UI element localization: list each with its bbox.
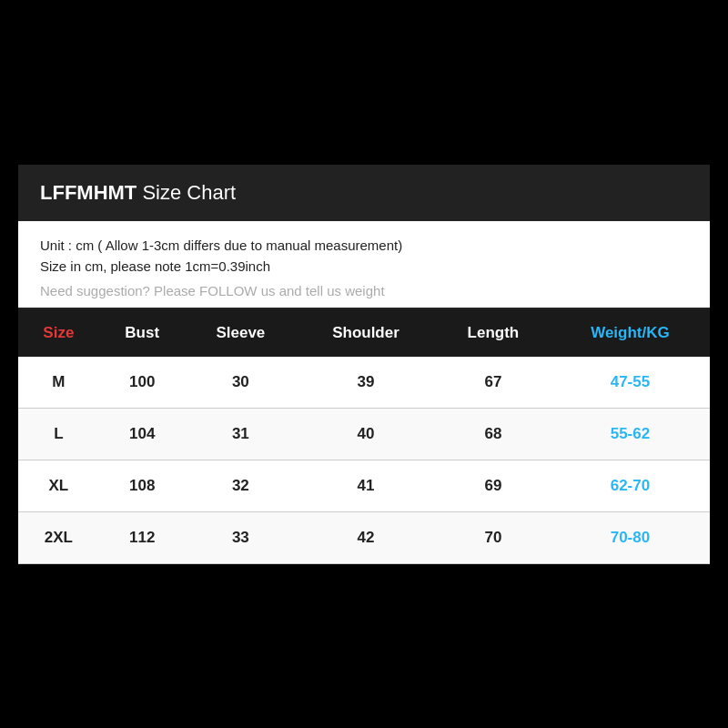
cell-weight: 47-55 xyxy=(551,357,710,409)
chart-title: LFFMHMT Size Chart xyxy=(40,181,236,204)
cell-sleeve: 32 xyxy=(186,460,296,511)
brand-name: LFFMHMT xyxy=(40,181,136,204)
cell-weight: 55-62 xyxy=(551,408,710,460)
table-header-row: Size Bust Sleeve Shoulder Length Weight/… xyxy=(18,309,710,357)
cell-shoulder: 39 xyxy=(296,357,436,409)
cell-size: M xyxy=(18,357,99,409)
size-table: Size Bust Sleeve Shoulder Length Weight/… xyxy=(18,309,710,564)
suggestion-line: Need suggestion? Please FOLLOW us and te… xyxy=(40,283,688,298)
col-sleeve: Sleeve xyxy=(186,309,296,357)
table-row: 2XL 112 33 42 70 70-80 xyxy=(18,511,710,563)
cell-length: 68 xyxy=(436,408,551,460)
info-line-1: Unit : cm ( Allow 1-3cm differs due to m… xyxy=(40,238,688,253)
col-size: Size xyxy=(18,309,99,357)
cell-weight: 70-80 xyxy=(551,511,710,563)
cell-bust: 112 xyxy=(99,511,186,563)
col-length: Length xyxy=(436,309,551,357)
cell-bust: 108 xyxy=(99,460,186,511)
cell-shoulder: 42 xyxy=(296,511,436,563)
table-row: XL 108 32 41 69 62-70 xyxy=(18,460,710,511)
table-row: L 104 31 40 68 55-62 xyxy=(18,408,710,460)
chart-header: LFFMHMT Size Chart xyxy=(18,165,710,221)
col-shoulder: Shoulder xyxy=(296,309,436,357)
cell-size: 2XL xyxy=(18,511,99,563)
info-section: Unit : cm ( Allow 1-3cm differs due to m… xyxy=(18,221,710,309)
cell-bust: 104 xyxy=(99,408,186,460)
cell-sleeve: 31 xyxy=(186,408,296,460)
cell-sleeve: 33 xyxy=(186,511,296,563)
cell-shoulder: 40 xyxy=(296,408,436,460)
cell-size: L xyxy=(18,408,99,460)
col-weight: Weight/KG xyxy=(551,309,710,357)
info-line-2: Size in cm, please note 1cm=0.39inch xyxy=(40,258,688,274)
size-chart-card: LFFMHMT Size Chart Unit : cm ( Allow 1-3… xyxy=(18,165,710,564)
cell-length: 69 xyxy=(436,460,551,511)
cell-length: 67 xyxy=(436,357,551,409)
cell-length: 70 xyxy=(436,511,551,563)
table-row: M 100 30 39 67 47-55 xyxy=(18,357,710,409)
cell-size: XL xyxy=(18,460,99,511)
cell-bust: 100 xyxy=(99,357,186,409)
col-bust: Bust xyxy=(99,309,186,357)
cell-weight: 62-70 xyxy=(551,460,710,511)
cell-sleeve: 30 xyxy=(186,357,296,409)
cell-shoulder: 41 xyxy=(296,460,436,511)
